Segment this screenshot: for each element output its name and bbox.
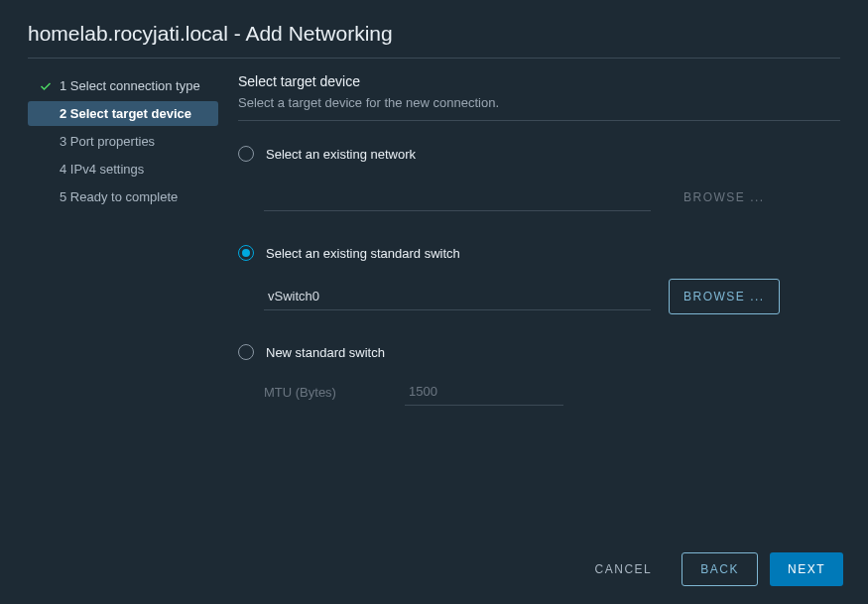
cancel-button[interactable]: CANCEL <box>577 552 671 586</box>
dialog-footer: CANCEL BACK NEXT <box>0 535 868 604</box>
wizard-step-label: 4 IPv4 settings <box>60 162 144 177</box>
divider <box>238 120 840 121</box>
wizard-step-1[interactable]: 1 Select connection type <box>28 73 218 98</box>
radio-label: Select an existing standard switch <box>266 246 460 261</box>
radio-existing-network[interactable]: Select an existing network <box>238 146 840 162</box>
back-button[interactable]: BACK <box>682 552 758 586</box>
browse-switch-button[interactable]: BROWSE ... <box>669 279 780 314</box>
add-networking-dialog: homelab.rocyjati.local - Add Networking … <box>0 0 868 604</box>
section-desc: Select a target device for the new conne… <box>238 95 840 110</box>
dialog-header: homelab.rocyjati.local - Add Networking <box>0 0 868 58</box>
wizard-nav: 1 Select connection type 2 Select target… <box>0 73 228 604</box>
browse-network-button: BROWSE ... <box>669 180 780 215</box>
mtu-label: MTU (Bytes) <box>264 385 405 400</box>
existing-network-input <box>264 183 651 211</box>
radio-icon <box>238 245 254 261</box>
content-area: Select target device Select a target dev… <box>228 73 868 604</box>
radio-label: Select an existing network <box>266 147 416 162</box>
radio-existing-switch[interactable]: Select an existing standard switch <box>238 245 840 261</box>
wizard-step-2[interactable]: 2 Select target device <box>28 101 218 126</box>
radio-new-switch[interactable]: New standard switch <box>238 344 840 360</box>
radio-label: New standard switch <box>266 345 385 360</box>
checkmark-icon <box>38 80 54 92</box>
wizard-step-3[interactable]: 3 Port properties <box>28 129 218 154</box>
wizard-step-5[interactable]: 5 Ready to complete <box>28 184 218 209</box>
wizard-step-label: 1 Select connection type <box>60 78 200 93</box>
wizard-step-label: 3 Port properties <box>60 134 155 149</box>
section-title: Select target device <box>238 73 840 89</box>
radio-icon <box>238 344 254 360</box>
next-button[interactable]: NEXT <box>770 552 843 586</box>
wizard-step-4[interactable]: 4 IPv4 settings <box>28 157 218 181</box>
mtu-input <box>405 378 563 406</box>
existing-switch-input[interactable] <box>264 283 651 310</box>
radio-icon <box>238 146 254 162</box>
wizard-step-label: 2 Select target device <box>60 106 191 121</box>
wizard-step-label: 5 Ready to complete <box>60 189 178 204</box>
dialog-title: homelab.rocyjati.local - Add Networking <box>28 22 840 46</box>
